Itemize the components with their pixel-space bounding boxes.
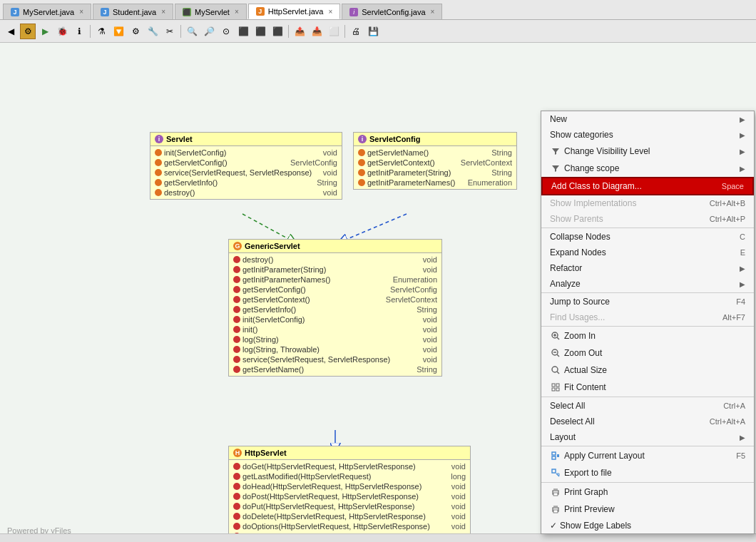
svg-line-20 xyxy=(556,474,559,476)
cm-change-visibility[interactable]: Change Visibility Level ▶ xyxy=(541,143,754,160)
tab-httpservlet-java[interactable]: J HttpServlet.java × xyxy=(248,4,341,19)
cm-zoom-out[interactable]: Zoom Out xyxy=(541,344,754,362)
svg-rect-18 xyxy=(557,454,559,457)
tab-myservlet[interactable]: ⬛ MyServlet × xyxy=(175,4,247,19)
zoom-in-button[interactable]: 🔍 xyxy=(184,24,200,39)
debug-button[interactable]: 🐞 xyxy=(54,24,70,39)
method-icon xyxy=(155,149,162,156)
table-row: log(String) void xyxy=(229,334,441,344)
cm-add-class[interactable]: Add Class to Diagram... Space xyxy=(541,177,754,195)
nav1-button[interactable]: ⬛ xyxy=(235,24,251,39)
cm-find-usages[interactable]: Find Usages... Alt+F7 xyxy=(541,310,754,325)
nav2-button[interactable]: ⬛ xyxy=(252,24,268,39)
servletconfig-node[interactable]: i ServletConfig getServletName() String … xyxy=(353,132,517,190)
context-menu: New ▶ Show categories ▶ Change Visibilit… xyxy=(541,111,755,534)
cm-fit-content[interactable]: Fit Content xyxy=(541,379,754,396)
servlet-node[interactable]: i Servlet init(ServletConfig) void getSe… xyxy=(150,132,342,200)
submenu-arrow: ▶ xyxy=(740,131,745,139)
table-row: getServletInfo() String xyxy=(150,178,342,188)
tab-close-icon[interactable]: × xyxy=(79,8,83,16)
table-row: doDelete(HttpServletRequest, HttpServlet… xyxy=(229,511,470,521)
cm-show-implementations[interactable]: Show Implementations Ctrl+Alt+B xyxy=(541,195,754,211)
cm-print-preview[interactable]: Print Preview xyxy=(541,501,754,518)
cm-show-edge-labels[interactable]: ✓ Show Edge Labels xyxy=(541,518,754,533)
cm-expand-nodes[interactable]: Expand Nodes E xyxy=(541,245,754,260)
check-icon: ✓ xyxy=(550,521,557,531)
table-row: doOptions(HttpServletRequest, HttpServle… xyxy=(229,521,470,531)
import-button[interactable]: 📥 xyxy=(309,24,325,39)
tab-myservlet-java[interactable]: J MyServlet.java × xyxy=(3,4,91,19)
httpservlet-header: H HttpServlet xyxy=(229,446,470,460)
filter2-icon xyxy=(550,163,561,174)
table-row: init(ServletConfig) void xyxy=(229,315,441,324)
cm-print-graph[interactable]: Print Graph xyxy=(541,484,754,501)
settings-button[interactable]: ⚙ xyxy=(128,24,143,39)
method-icon xyxy=(233,316,240,323)
cm-select-all[interactable]: Select All Ctrl+A xyxy=(541,398,754,414)
back-button[interactable]: ◀ xyxy=(3,24,19,39)
toolbar: ◀ ⚙ ▶ 🐞 ℹ ⚗ 🔽 ⚙ 🔧 ✂ 🔍 🔎 ⊙ ⬛ ⬛ ⬛ 📤 📥 ⬜ 🖨 … xyxy=(0,20,756,43)
method-icon xyxy=(233,483,240,490)
cm-analyze[interactable]: Analyze ▶ xyxy=(541,276,754,292)
table-row: getLastModified(HttpServletRequest) long xyxy=(229,471,470,481)
run-button[interactable]: ▶ xyxy=(37,24,53,39)
servlet-header: i Servlet xyxy=(150,133,342,146)
filter2-button[interactable]: 🔽 xyxy=(111,24,126,39)
cm-deselect-all[interactable]: Deselect All Ctrl+Alt+A xyxy=(541,414,754,429)
zoom-actual-button[interactable]: ⊙ xyxy=(218,24,234,39)
zoom-out-button[interactable]: 🔎 xyxy=(201,24,217,39)
svg-rect-13 xyxy=(556,384,559,387)
cm-layout[interactable]: Layout ▶ xyxy=(541,429,754,445)
tab-servletconfig-java[interactable]: i ServletConfig.java × xyxy=(342,4,442,19)
cm-apply-layout[interactable]: Apply Current Layout F5 xyxy=(541,447,754,464)
method-icon xyxy=(358,149,365,156)
submenu-arrow: ▶ xyxy=(740,116,745,123)
sep1 xyxy=(90,25,91,38)
method-icon xyxy=(233,493,240,500)
cm-new[interactable]: New ▶ xyxy=(541,111,754,127)
httpservlet-icon: H xyxy=(233,449,242,457)
tool-button[interactable]: 🔧 xyxy=(145,24,160,39)
export-button[interactable]: 📤 xyxy=(292,24,307,39)
svg-line-4 xyxy=(557,337,559,339)
method-icon xyxy=(155,169,162,176)
svg-rect-23 xyxy=(553,493,558,496)
cm-collapse-nodes[interactable]: Collapse Nodes C xyxy=(541,229,754,245)
tab-close-icon[interactable]: × xyxy=(161,8,165,16)
tab-close-icon[interactable]: × xyxy=(431,8,435,16)
tab-close-icon[interactable]: × xyxy=(235,8,239,16)
method-icon xyxy=(358,159,365,166)
cm-change-scope[interactable]: Change scope ▶ xyxy=(541,160,754,177)
cm-actual-size[interactable]: Actual Size xyxy=(541,362,754,379)
cm-zoom-in[interactable]: Zoom In xyxy=(541,327,754,344)
cm-export[interactable]: Export to file xyxy=(541,464,754,481)
svg-line-8 xyxy=(557,354,559,357)
save-button[interactable]: 💾 xyxy=(365,24,381,39)
tools2-button[interactable]: ✂ xyxy=(162,24,178,39)
table-row: doPut(HttpServletRequest, HttpServletRes… xyxy=(229,501,470,511)
servlet-title: Servlet xyxy=(166,135,193,143)
table-row: destroy() void xyxy=(150,188,342,198)
print-button[interactable]: 🖨 xyxy=(348,24,364,39)
method-icon xyxy=(233,346,240,353)
tab-close-icon[interactable]: × xyxy=(328,8,332,16)
genericservlet-body: destroy() void getInitParameter(String) … xyxy=(229,253,441,376)
info-button[interactable]: ℹ xyxy=(71,24,87,39)
table-row: getServletContext() ServletContext xyxy=(354,158,516,168)
fit-content-icon xyxy=(550,382,561,393)
cm-show-categories[interactable]: Show categories ▶ xyxy=(541,127,754,143)
cm-refactor[interactable]: Refactor ▶ xyxy=(541,260,754,276)
cm-show-parents[interactable]: Show Parents Ctrl+Alt+P xyxy=(541,211,754,227)
horizontal-scrollbar[interactable] xyxy=(0,533,756,542)
httpservlet-node[interactable]: H HttpServlet doGet(HttpServletRequest, … xyxy=(228,446,471,542)
cm-jump-to-source[interactable]: Jump to Source F4 xyxy=(541,294,754,310)
filter-button[interactable]: ⚗ xyxy=(93,24,109,39)
tab-student-java[interactable]: J Student.java × xyxy=(93,4,173,19)
nav3-button[interactable]: ⬛ xyxy=(270,24,285,39)
layout-button[interactable]: ⬜ xyxy=(326,24,342,39)
table-row: getInitParameterNames() Enumeration xyxy=(354,178,516,188)
print-graph-icon xyxy=(550,486,561,498)
filter-icon xyxy=(550,145,561,157)
forward-button[interactable]: ⚙ xyxy=(20,24,36,39)
genericservlet-node[interactable]: G GenericServlet destroy() void getInitP… xyxy=(228,239,442,377)
